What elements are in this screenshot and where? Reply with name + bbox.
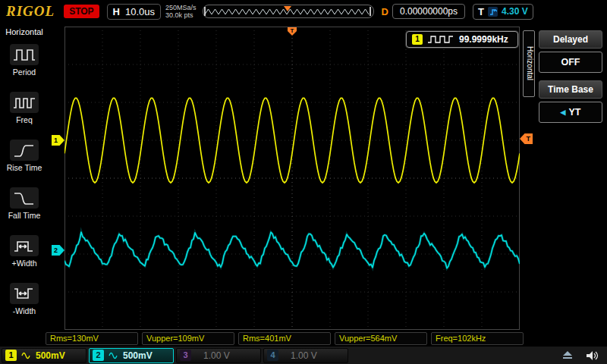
channel-2-status[interactable]: 2 500mV [89,348,174,363]
menu-item-period[interactable]: Period [0,36,49,84]
menu-item-label: Rise Time [7,163,42,172]
menu-item-plus-width[interactable]: +Width [0,228,49,275]
time-base-value: YT [568,107,580,118]
waveform-plot [64,27,520,330]
channel-status-bar: 1 500mV 2 500mV 3 1.00 V 4 1.00 V [0,346,607,364]
menu-item-label: Fall Time [8,211,41,220]
trigger-level-marker[interactable]: T [520,133,533,144]
measurement-item: Rms=130mV [46,332,138,345]
freq-icon [10,92,39,113]
menu-time-base: Time Base ◀ YT [539,80,602,123]
menu-item-minus-width[interactable]: -Width [0,275,49,323]
channel-2-scale: 500mV [123,350,153,361]
menu-item-freq[interactable]: Freq [0,84,49,132]
channel-1-scale: 500mV [36,350,65,361]
trigger-readout: T 4.30 V [473,4,533,20]
waveform-overview-strip[interactable] [203,5,374,18]
rigol-logo: RIGOL [6,3,55,20]
scope-display [64,27,520,330]
channel-4-scale: 1.00 V [291,350,317,361]
header-bar: RIGOL STOP H 10.0us 250MSa/s 30.0k pts D… [0,0,607,23]
time-base-label: Time Base [539,80,602,99]
status-icons [561,350,599,361]
measurement-item: Rms=401mV [238,332,331,345]
menu-item-label: +Width [12,259,37,268]
speaker-icon[interactable] [586,350,599,361]
menu-delayed: Delayed OFF [539,30,602,73]
trigger-slope-icon [488,7,498,17]
h-label: H [113,6,120,17]
channel-2-badge: 2 [93,350,104,361]
period-icon [10,44,39,65]
delayed-label: Delayed [539,30,602,49]
horizontal-timebase-box: H 10.0us [107,4,161,20]
channel-1-badge: 1 [5,350,17,361]
measurement-item: Vupper=564mV [335,332,427,345]
channel-1-status[interactable]: 1 500mV [2,348,86,363]
delay-readout: D 0.00000000ps [382,4,465,19]
channel-4-status[interactable]: 4 1.00 V [263,348,348,363]
overview-waveform-icon [203,5,372,17]
plus-width-icon [10,235,39,256]
measurement-item: Freq=102kHz [431,332,524,345]
channel-3-status[interactable]: 3 1.00 V [176,348,261,363]
sample-rate: 250MSa/s [165,4,197,11]
channel-4-badge: 4 [267,350,278,361]
menu-item-rise-time[interactable]: Rise Time [0,132,49,180]
memory-depth: 30.0k pts [165,11,197,19]
acquisition-info: 250MSa/s 30.0k pts [165,4,197,19]
delayed-value-button[interactable]: OFF [539,52,602,73]
ch2-ground-marker[interactable]: 2 [52,245,64,256]
counter-frequency-value: 99.9999kHz [459,34,508,45]
menu-item-label: -Width [13,306,36,315]
left-measure-sidebar: Horizontal Period Freq Rise Time Fall Ti… [0,23,49,334]
menu-item-fall-time[interactable]: Fall Time [0,180,49,228]
frequency-counter-badge: 1 99.9999kHz [406,31,518,48]
time-base-value-button[interactable]: ◀ YT [539,102,602,123]
eject-icon[interactable] [561,350,574,360]
trigger-level-value: 4.30 V [502,6,528,17]
delay-value: 0.00000000ps [392,4,465,19]
measurement-item: Vupper=109mV [142,332,234,345]
counter-source-channel: 1 [412,34,423,45]
square-wave-icon [427,35,454,44]
delayed-value: OFF [561,57,580,67]
menu-item-label: Freq [16,115,33,124]
sine-coupling-icon [21,352,31,359]
right-menu-tab[interactable]: Horizontal [523,30,535,97]
left-arrow-icon: ◀ [561,108,566,116]
channel-3-scale: 1.00 V [203,350,230,361]
timebase-value: 10.0us [125,6,155,17]
t-label: T [478,6,484,17]
fall-time-icon [10,187,39,209]
measurement-results-row: Rms=130mV Vupper=109mV Rms=401mV Vupper=… [46,332,524,345]
channel-3-badge: 3 [180,350,191,361]
d-label: D [382,6,388,17]
left-sidebar-title: Horizontal [0,27,49,36]
run-state-badge: STOP [64,5,99,18]
minus-width-icon [10,283,39,304]
rise-time-icon [10,140,39,161]
menu-item-label: Period [13,67,36,77]
sine-coupling-icon [109,352,118,359]
ch1-ground-marker[interactable]: 1 [52,135,64,146]
